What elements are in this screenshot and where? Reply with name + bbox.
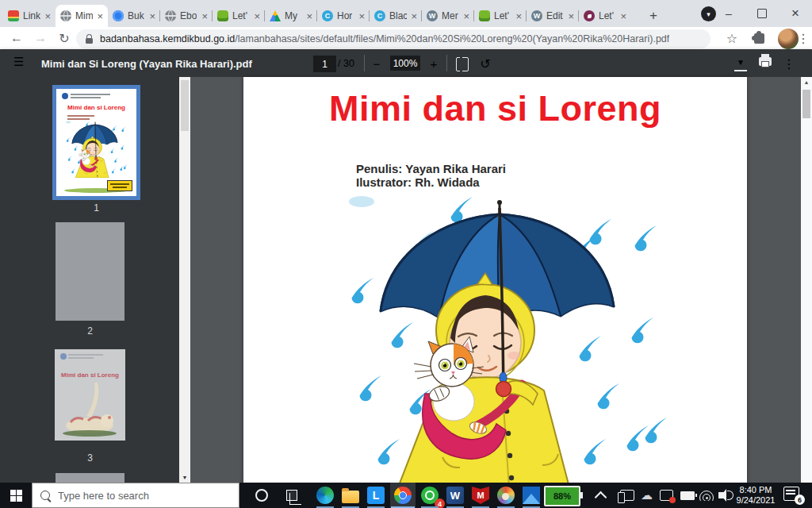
- cover-logo-text-line: [68, 357, 94, 359]
- taskbar-paint[interactable]: [493, 483, 519, 508]
- tab-lets-read-1[interactable]: Let'×: [213, 5, 265, 27]
- search-input[interactable]: [56, 489, 218, 502]
- reload-button[interactable]: ↻: [56, 29, 73, 47]
- thumbnail-label-1[interactable]: 1: [52, 202, 140, 214]
- wordpress-favicon: W: [427, 10, 438, 21]
- zoom-level[interactable]: 100%: [390, 56, 420, 71]
- tab-close-icon[interactable]: ×: [411, 11, 417, 21]
- taskbar-photos[interactable]: [519, 483, 544, 508]
- thumbnail-page-2[interactable]: [56, 222, 124, 321]
- tab-close-icon[interactable]: ×: [358, 11, 365, 21]
- tray-battery[interactable]: [680, 483, 695, 508]
- thumbnail-label-3[interactable]: 3: [55, 452, 125, 464]
- tray-volume[interactable]: [718, 483, 730, 508]
- extensions-icon[interactable]: [750, 29, 768, 47]
- fit-to-page-icon[interactable]: [456, 57, 469, 71]
- tab-my-drive[interactable]: My×: [265, 5, 317, 27]
- new-tab-button[interactable]: +: [644, 6, 663, 25]
- tray-chevron-button[interactable]: [596, 483, 605, 508]
- pdf-filename: Mimi dan Si Loreng (Yayan Rika Harari).p…: [41, 58, 252, 70]
- tab-close-icon[interactable]: ×: [515, 11, 522, 21]
- cover-author-line: [67, 118, 90, 120]
- back-button[interactable]: ←: [8, 29, 25, 47]
- cortana-button[interactable]: [249, 483, 274, 508]
- restore-button[interactable]: [745, 0, 779, 27]
- tab-title: Mer: [442, 10, 458, 21]
- main-scroll-up-icon[interactable]: ▲: [801, 79, 812, 85]
- thumbnail-page-3[interactable]: Mimi dan si Loreng: [55, 349, 125, 441]
- tab-ebook[interactable]: Ebo×: [160, 5, 213, 27]
- url-path: /lamanbahasa/sites/default/files/Mimi%20…: [235, 33, 669, 44]
- tab-strip: Link× Mim× Buk× Ebo× Let'× My× CHor× CBl…: [0, 0, 812, 27]
- taskbar-search[interactable]: [32, 483, 239, 508]
- bookmark-star-icon[interactable]: ☆: [723, 29, 741, 47]
- cloud-icon: ☁: [641, 488, 653, 502]
- minimize-button[interactable]: –: [712, 0, 745, 27]
- clock-date: 9/24/2021: [733, 495, 778, 506]
- close-button[interactable]: ×: [779, 0, 812, 27]
- taskbar-app-l[interactable]: L: [363, 483, 389, 508]
- battery-widget[interactable]: 88%: [544, 486, 580, 506]
- tray-onedrive[interactable]: ☁: [641, 483, 653, 508]
- rotate-icon[interactable]: ↺: [477, 55, 494, 72]
- tab-wordpress-1[interactable]: WMer×: [422, 5, 474, 27]
- tab-close-icon[interactable]: ×: [463, 11, 469, 21]
- tab-close-icon[interactable]: ×: [149, 11, 155, 21]
- tab-mimi-active[interactable]: Mim×: [56, 5, 108, 27]
- tab-wordpress-2[interactable]: WEdit×: [527, 5, 579, 27]
- sidebar-scrollbar-thumb[interactable]: [181, 80, 189, 131]
- main-scrollbar[interactable]: [801, 77, 812, 483]
- task-view-button[interactable]: [279, 483, 304, 508]
- address-bar[interactable]: badanbahasa.kemdikbud.go.id/lamanbahasa/…: [76, 29, 710, 48]
- tab-close-icon[interactable]: ×: [44, 11, 51, 21]
- tab-title: Link: [23, 10, 40, 21]
- browser-menu-button[interactable]: ⋮: [795, 29, 812, 47]
- taskbar-chrome[interactable]: [390, 483, 416, 508]
- document-title: Mimi dan si Loreng: [243, 88, 747, 129]
- tab-close-icon[interactable]: ×: [620, 11, 626, 21]
- tab-lets-read-3[interactable]: Let'×: [579, 5, 631, 27]
- tray-display-alert[interactable]: [660, 483, 673, 508]
- tab-buku[interactable]: Buk×: [108, 5, 160, 27]
- main-scrollbar-thumb[interactable]: [802, 90, 810, 118]
- zoom-out-button[interactable]: −: [368, 55, 385, 72]
- file-explorer-icon: [342, 491, 359, 503]
- taskbar-clock[interactable]: 8:40 PM 9/24/2021: [733, 485, 778, 506]
- taskbar-mcafee[interactable]: M: [468, 483, 493, 508]
- taskbar-whatsapp[interactable]: 4: [417, 483, 442, 508]
- tab-canva-2[interactable]: CBlac×: [370, 5, 422, 27]
- thumbnail-page-1[interactable]: Mimi dan si Loreng: [52, 85, 140, 200]
- tray-tablet-mode[interactable]: [620, 483, 634, 508]
- tab-title: Blac: [389, 10, 407, 21]
- tab-close-icon[interactable]: ×: [201, 11, 208, 21]
- print-icon[interactable]: [759, 57, 772, 66]
- taskbar-word[interactable]: W: [442, 483, 468, 508]
- start-button[interactable]: [0, 483, 32, 508]
- tab-close-icon[interactable]: ×: [568, 11, 574, 21]
- tab-close-icon[interactable]: ×: [254, 11, 260, 21]
- taskbar-file-explorer[interactable]: [338, 483, 363, 508]
- pdf-more-options-icon[interactable]: ⋮: [780, 55, 798, 72]
- pdf-menu-icon[interactable]: ☰: [13, 55, 24, 69]
- tab-canva-1[interactable]: CHor×: [317, 5, 370, 27]
- thumbnail-label-2[interactable]: 2: [56, 325, 124, 337]
- tray-wifi[interactable]: [699, 483, 714, 508]
- toolbar-divider: [364, 55, 365, 71]
- tab-link[interactable]: Link×: [3, 5, 56, 27]
- tab-title: Mim: [75, 10, 93, 21]
- forward-button[interactable]: →: [32, 29, 49, 47]
- tab-close-icon[interactable]: ×: [306, 11, 312, 21]
- sidebar-scrollbar[interactable]: [179, 77, 190, 483]
- speaker-icon: [718, 492, 725, 498]
- battery-icon: [680, 491, 695, 500]
- zoom-in-button[interactable]: +: [425, 55, 442, 72]
- url-text: badanbahasa.kemdikbud.go.id/lamanbahasa/…: [100, 33, 669, 44]
- page3-mini-illustration: [59, 381, 121, 437]
- download-icon[interactable]: ▼: [734, 56, 747, 71]
- thumbnail-page-4-partial[interactable]: [56, 473, 124, 483]
- sidebar-scroll-down-icon[interactable]: ▼: [179, 475, 190, 480]
- page-number-input[interactable]: [313, 56, 336, 72]
- tab-close-icon[interactable]: ×: [97, 11, 103, 21]
- tab-lets-read-2[interactable]: Let'×: [474, 5, 527, 27]
- taskbar-edge[interactable]: [312, 483, 338, 508]
